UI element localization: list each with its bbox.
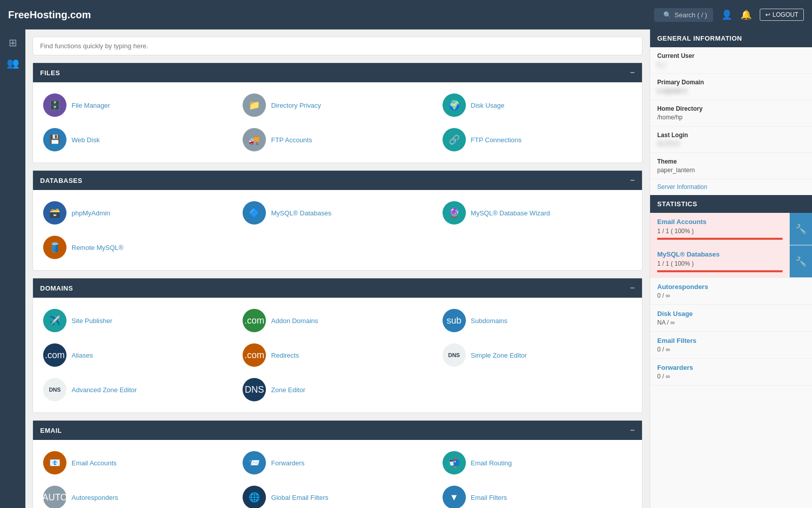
cpanel-icon-simple-zone-editor: DNS <box>443 343 466 367</box>
cpanel-icon-ftp-accounts: 🚚 <box>243 128 266 151</box>
cpanel-item-aliases[interactable]: .com Aliases <box>38 339 238 371</box>
stat-label-1[interactable]: MySQL® Databases <box>657 250 783 258</box>
stat-label-2[interactable]: Autoresponders <box>657 283 805 291</box>
cpanel-item-addon-domains[interactable]: .com Addon Domains <box>238 305 437 336</box>
section-title-email: EMAIL <box>40 427 62 434</box>
stat-value-5: 0 / ∞ <box>657 373 805 380</box>
cpanel-item-site-publisher[interactable]: ✈️ Site Publisher <box>38 305 238 336</box>
cpanel-item-zone-editor[interactable]: DNS Zone Editor <box>238 374 437 405</box>
section-databases: DATABASES − 🗃️ phpMyAdmin 🔷 MySQL® Datab… <box>32 170 642 271</box>
search-button[interactable]: 🔍 Search ( / ) <box>654 8 713 22</box>
section-header-databases: DATABASES − <box>33 171 642 190</box>
section-toggle-databases[interactable]: − <box>630 176 635 185</box>
cpanel-item-autoresponders[interactable]: AUTO Autoresponders <box>38 482 238 508</box>
cpanel-item-mysql--databases[interactable]: 🔷 MySQL® Databases <box>238 197 437 229</box>
cpanel-icon-redirects: .com <box>243 343 266 367</box>
cpanel-icon-mysql--databases: 🔷 <box>243 201 266 225</box>
cpanel-label-mysql--databases: MySQL® Databases <box>271 209 331 217</box>
logout-label: LOGOUT <box>772 11 798 18</box>
cpanel-label-autoresponders: Autoresponders <box>72 494 118 501</box>
cpanel-icon-aliases: .com <box>43 343 66 367</box>
cpanel-item-web-disk[interactable]: 💾 Web Disk <box>38 124 238 155</box>
sidebar-grid-icon[interactable]: ⊞ <box>9 37 17 49</box>
main-layout: ⊞ 👥 FILES − 🗄️ File Manager 📁 Directory … <box>0 29 812 508</box>
stat-action-0[interactable]: 🔧 <box>790 213 812 245</box>
cpanel-item-ftp-accounts[interactable]: 🚚 FTP Accounts <box>238 124 437 155</box>
stat-action-1[interactable]: 🔧 <box>790 245 812 277</box>
section-files: FILES − 🗄️ File Manager 📁 Directory Priv… <box>32 62 642 163</box>
section-title-files: FILES <box>40 69 60 77</box>
cpanel-icon-email-routing: 📬 <box>443 451 466 474</box>
section-header-email: EMAIL − <box>33 421 642 440</box>
right-panel: GENERAL INFORMATION Current User h_r Pri… <box>650 29 812 508</box>
theme-label: Theme <box>657 158 805 165</box>
user-icon[interactable]: 👤 <box>721 9 732 20</box>
cpanel-item-advanced-zone-editor[interactable]: DNS Advanced Zone Editor <box>38 374 238 405</box>
cpanel-icon-email-accounts: 📧 <box>43 451 66 474</box>
cpanel-icon-addon-domains: .com <box>243 309 266 332</box>
search-icon: 🔍 <box>663 11 671 19</box>
section-body-email: 📧 Email Accounts 📨 Forwarders 📬 Email Ro… <box>33 440 642 508</box>
cpanel-icon-remote-mysql-: 🛢️ <box>43 236 66 259</box>
statistics-header: STATISTICS <box>650 195 812 213</box>
bell-icon[interactable]: 🔔 <box>740 9 752 20</box>
logout-button[interactable]: ↩ LOGOUT <box>760 9 804 21</box>
stat-label-3[interactable]: Disk Usage <box>657 310 805 318</box>
cpanel-icon-zone-editor: DNS <box>243 378 266 401</box>
cpanel-item-redirects[interactable]: .com Redirects <box>238 339 437 371</box>
cpanel-label-global-email-filters: Global Email Filters <box>271 494 328 501</box>
cpanel-icon-file-manager: 🗄️ <box>43 93 66 117</box>
cpanel-item-email-routing[interactable]: 📬 Email Routing <box>437 447 637 479</box>
stat-label-5[interactable]: Forwarders <box>657 364 805 371</box>
statistics-container: Email Accounts 1 / 1 ( 100% ) 🔧 MySQL® D… <box>650 213 812 386</box>
sections-container: FILES − 🗄️ File Manager 📁 Directory Priv… <box>32 62 642 508</box>
cpanel-icon-disk-usage: 🌍 <box>443 93 466 117</box>
cpanel-item-global-email-filters[interactable]: 🌐 Global Email Filters <box>238 482 437 508</box>
content-area: FILES − 🗄️ File Manager 📁 Directory Priv… <box>25 29 650 508</box>
cpanel-item-remote-mysql-[interactable]: 🛢️ Remote MySQL® <box>38 232 238 263</box>
stat-row-3: Disk Usage NA / ∞ <box>650 305 812 332</box>
section-body-files: 🗄️ File Manager 📁 Directory Privacy 🌍 Di… <box>33 82 642 163</box>
cpanel-item-email-accounts[interactable]: 📧 Email Accounts <box>38 447 238 479</box>
cpanel-item-subdomains[interactable]: sub Subdomains <box>437 305 637 336</box>
stat-label-0[interactable]: Email Accounts <box>657 218 783 226</box>
stat-content-0: Email Accounts 1 / 1 ( 100% ) <box>650 213 790 245</box>
cpanel-item-phpmyadmin[interactable]: 🗃️ phpMyAdmin <box>38 197 238 229</box>
stat-label-4[interactable]: Email Filters <box>657 337 805 344</box>
cpanel-label-addon-domains: Addon Domains <box>271 317 318 325</box>
main-search-input[interactable] <box>32 37 642 55</box>
cpanel-item-simple-zone-editor[interactable]: DNS Simple Zone Editor <box>437 339 637 371</box>
cpanel-item-disk-usage[interactable]: 🌍 Disk Usage <box>437 89 637 121</box>
cpanel-item-file-manager[interactable]: 🗄️ File Manager <box>38 89 238 121</box>
search-label: Search ( / ) <box>674 11 707 19</box>
cpanel-label-disk-usage: Disk Usage <box>471 102 504 109</box>
cpanel-label-phpmyadmin: phpMyAdmin <box>72 209 110 217</box>
cpanel-icon-global-email-filters: 🌐 <box>243 486 266 508</box>
section-toggle-domains[interactable]: − <box>630 283 635 293</box>
section-body-domains: ✈️ Site Publisher .com Addon Domains sub… <box>33 298 642 412</box>
cpanel-icon-web-disk: 💾 <box>43 128 66 151</box>
home-directory-row: Home Directory /home/hp <box>650 100 812 126</box>
cpanel-item-directory-privacy[interactable]: 📁 Directory Privacy <box>238 89 437 121</box>
section-body-databases: 🗃️ phpMyAdmin 🔷 MySQL® Databases 🔮 MySQL… <box>33 190 642 270</box>
cpanel-item-forwarders[interactable]: 📨 Forwarders <box>238 447 437 479</box>
server-info-link[interactable]: Server Information <box>650 179 812 195</box>
section-toggle-files[interactable]: − <box>630 68 635 77</box>
sidebar-users-icon[interactable]: 👥 <box>7 57 19 69</box>
section-toggle-email[interactable]: − <box>630 426 635 435</box>
cpanel-icon-directory-privacy: 📁 <box>243 93 266 117</box>
cpanel-item-email-filters[interactable]: ▼ Email Filters <box>437 482 637 508</box>
last-login-value: 41.P.5.3 <box>657 140 805 147</box>
current-user-label: Current User <box>657 52 805 59</box>
cpanel-icon-phpmyadmin: 🗃️ <box>43 201 66 225</box>
cpanel-item-mysql--database-wizard[interactable]: 🔮 MySQL® Database Wizard <box>437 197 637 229</box>
general-info-header: GENERAL INFORMATION <box>650 29 812 47</box>
stat-row-4: Email Filters 0 / ∞ <box>650 332 812 359</box>
cpanel-item-ftp-connections[interactable]: 🔗 FTP Connections <box>437 124 637 155</box>
cpanel-label-forwarders: Forwarders <box>271 459 304 467</box>
last-login-row: Last Login 41.P.5.3 <box>650 126 812 153</box>
cpanel-icon-ftp-connections: 🔗 <box>443 128 466 151</box>
cpanel-icon-subdomains: sub <box>443 309 466 332</box>
cpanel-icon-email-filters: ▼ <box>443 486 466 508</box>
stat-content-1: MySQL® Databases 1 / 1 ( 100% ) <box>650 245 790 277</box>
